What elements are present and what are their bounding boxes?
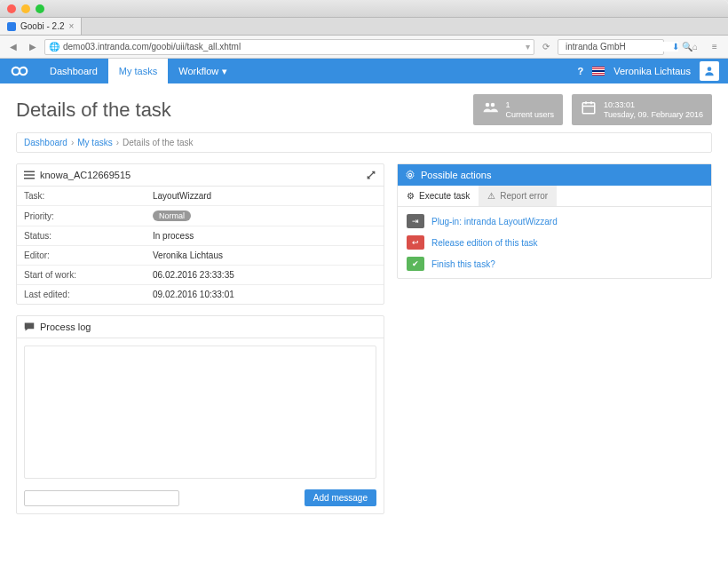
actions-tabs: ⚙ Execute task ⚠ Report error (398, 186, 711, 207)
svg-point-0 (12, 68, 20, 75)
download-button[interactable]: ⬇ (668, 39, 684, 55)
caret-down-icon: ▾ (222, 66, 227, 77)
svg-point-3 (486, 103, 490, 107)
task-details-head: knowa_AC12669515 (17, 164, 384, 187)
reload-button[interactable]: ⟳ (538, 39, 554, 55)
actions-title: Possible actions (421, 170, 492, 180)
favicon-icon (7, 22, 16, 31)
add-message-row: Add message (17, 486, 384, 513)
menu-button[interactable]: ≡ (707, 39, 723, 55)
action-list: ⇥Plug-in: intranda LayoutWizzard↩Release… (398, 207, 711, 278)
tab-report-error[interactable]: ⚠ Report error (479, 186, 557, 206)
action-link[interactable]: Release edition of this task (431, 238, 538, 248)
nav-dashboard[interactable]: Dashboard (39, 59, 108, 83)
page-title: Details of the task (16, 99, 464, 122)
svg-rect-11 (24, 178, 35, 179)
process-log-head: Process log (17, 316, 384, 338)
comment-icon (24, 322, 35, 332)
tab-label: Execute task (419, 191, 470, 201)
detail-label: Priority: (17, 206, 146, 226)
page-content: Details of the task 1 Current users (0, 83, 728, 572)
expand-icon[interactable] (366, 170, 376, 180)
users-label: Current users (505, 110, 554, 120)
possible-actions-head: Possible actions (398, 164, 711, 186)
tab-label: Report error (500, 191, 548, 201)
back-button[interactable]: ◀ (5, 39, 21, 55)
minimize-window-button[interactable] (21, 4, 30, 13)
breadcrumb-sep: › (116, 138, 119, 147)
action-icon: ↩ (407, 235, 424, 250)
tab-title: Goobi - 2.2 (20, 21, 64, 31)
action-item: ✔Finish this task? (398, 253, 711, 274)
gear-icon (405, 170, 415, 180)
breadcrumb-dashboard[interactable]: Dashboard (24, 138, 67, 147)
action-icon: ✔ (407, 257, 424, 271)
task-name: knowa_AC12669515 (40, 170, 131, 180)
calendar-icon (581, 99, 597, 120)
home-button[interactable]: ⌂ (687, 39, 703, 55)
browser-tabstrip: Goobi - 2.2 × (0, 18, 728, 36)
date-text: Tuesday, 09. February 2016 (604, 110, 703, 120)
close-tab-icon[interactable]: × (68, 21, 74, 31)
app-navbar: Dashboard My tasks Workflow▾ ? Veronika … (0, 59, 728, 83)
forward-button[interactable]: ▶ (25, 39, 41, 55)
url-input[interactable] (63, 42, 522, 52)
help-icon[interactable]: ? (577, 66, 583, 76)
nav-label: Workflow (178, 66, 218, 76)
svg-point-12 (408, 173, 411, 176)
table-row: Status:In process (17, 226, 384, 246)
process-log-title: Process log (40, 322, 91, 332)
action-item: ↩Release edition of this task (398, 232, 711, 253)
dropdown-icon[interactable]: ▾ (526, 42, 530, 52)
users-icon (482, 99, 498, 120)
detail-value: LayoutWizzard (146, 187, 384, 206)
globe-icon: 🌐 (49, 42, 59, 52)
tab-execute-task[interactable]: ⚙ Execute task (398, 186, 479, 206)
search-input[interactable] (566, 42, 678, 52)
task-details-panel: knowa_AC12669515 Task:LayoutWizzardPrior… (16, 163, 384, 305)
search-box[interactable]: 🔍 (558, 39, 664, 55)
breadcrumb-sep: › (71, 138, 74, 147)
action-item: ⇥Plug-in: intranda LayoutWizzard (398, 211, 711, 232)
browser-window: Goobi - 2.2 × ◀ ▶ 🌐 ▾ ⟳ 🔍 ⬇ ⌂ ≡ Dashboar… (0, 0, 728, 572)
app-logo[interactable] (0, 59, 39, 83)
process-log-area[interactable] (24, 346, 376, 479)
add-message-button[interactable]: Add message (305, 489, 376, 506)
user-avatar-icon[interactable] (700, 61, 719, 81)
nav-my-tasks[interactable]: My tasks (108, 59, 168, 83)
app-root: Dashboard My tasks Workflow▾ ? Veronika … (0, 59, 728, 572)
nav-workflow[interactable]: Workflow▾ (168, 59, 238, 83)
table-row: Last edited:09.02.2016 10:33:01 (17, 285, 384, 305)
time-text: 10:33:01 (604, 100, 703, 110)
language-flag-icon[interactable] (592, 67, 605, 75)
detail-value: 09.02.2016 10:33:01 (146, 285, 384, 305)
table-row: Priority:Normal (17, 206, 384, 226)
svg-point-4 (491, 103, 495, 107)
macos-titlebar (0, 0, 728, 18)
process-log-panel: Process log Add message (16, 315, 384, 514)
action-link[interactable]: Finish this task? (431, 259, 495, 269)
current-users-box: 1 Current users (473, 94, 563, 125)
main-columns: knowa_AC12669515 Task:LayoutWizzardPrior… (16, 163, 712, 525)
svg-rect-9 (24, 171, 35, 173)
users-count: 1 (505, 100, 554, 110)
window-controls (7, 4, 44, 13)
browser-tab[interactable]: Goobi - 2.2 × (0, 18, 82, 35)
gear-small-icon: ⚙ (407, 191, 415, 201)
nav-username[interactable]: Veronika Lichtaus (613, 66, 691, 76)
detail-value: Normal (146, 206, 384, 226)
possible-actions-panel: Possible actions ⚙ Execute task ⚠ Report… (397, 163, 712, 279)
action-link[interactable]: Plug-in: intranda LayoutWizzard (431, 217, 558, 226)
detail-label: Editor: (17, 246, 146, 266)
page-header: Details of the task 1 Current users (16, 94, 712, 125)
browser-toolbar: ◀ ▶ 🌐 ▾ ⟳ 🔍 ⬇ ⌂ ≡ (0, 36, 728, 59)
close-window-button[interactable] (7, 4, 16, 13)
svg-rect-5 (582, 103, 595, 114)
url-bar[interactable]: 🌐 ▾ (44, 39, 534, 55)
maximize-window-button[interactable] (36, 4, 44, 13)
datetime-box: 10:33:01 Tuesday, 09. February 2016 (572, 94, 712, 125)
message-input[interactable] (24, 490, 179, 506)
breadcrumb-current: Details of the task (123, 138, 193, 147)
breadcrumb-my-tasks[interactable]: My tasks (77, 138, 112, 147)
svg-point-2 (708, 67, 712, 71)
